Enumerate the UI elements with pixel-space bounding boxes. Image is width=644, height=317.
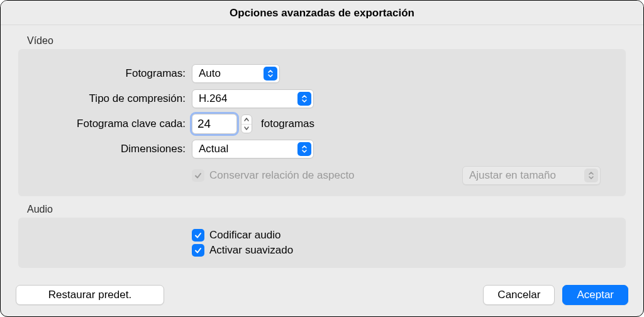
keyframe-suffix: fotogramas (261, 118, 314, 130)
window-title: Opciones avanzadas de exportación (1, 1, 643, 25)
aspect-checkbox-row: Conservar relación de aspecto (192, 169, 355, 182)
encode-audio-row[interactable]: Codificar audio (192, 229, 613, 242)
smooth-audio-checkbox[interactable] (192, 244, 204, 257)
video-section-label: Vídeo (27, 35, 626, 47)
frames-popup[interactable]: Auto (192, 64, 280, 83)
dimensions-value: Actual (199, 143, 228, 155)
restore-defaults-button[interactable]: Restaurar predet. (16, 285, 164, 305)
aspect-label: Conservar relación de aspecto (209, 169, 355, 182)
compression-row: Tipo de compresión: H.264 (31, 88, 613, 109)
keyframe-input[interactable] (192, 114, 237, 134)
video-group: Fotogramas: Auto Tipo de compresión: H.2… (18, 49, 626, 196)
dimensions-row: Dimensiones: Actual (31, 138, 613, 160)
aspect-checkbox (192, 169, 204, 182)
dimensions-popup[interactable]: Actual (192, 140, 314, 158)
encode-audio-checkbox[interactable] (192, 229, 204, 242)
frames-value: Auto (199, 67, 221, 80)
content-area: Vídeo Fotogramas: Auto Tipo de compresió… (1, 25, 643, 276)
compression-label: Tipo de compresión: (31, 92, 192, 105)
updown-icon (297, 142, 311, 156)
stepper-up-icon[interactable] (242, 115, 252, 125)
export-options-window: Opciones avanzadas de exportación Vídeo … (0, 0, 644, 317)
frames-row: Fotogramas: Auto (31, 63, 613, 84)
updown-icon (297, 92, 311, 106)
footer: Restaurar predet. Cancelar Aceptar (1, 276, 643, 316)
compression-popup[interactable]: H.264 (192, 89, 314, 108)
encode-audio-label: Codificar audio (209, 229, 280, 242)
keyframe-stepper[interactable] (241, 114, 252, 133)
frames-label: Fotogramas: (31, 67, 192, 80)
stepper-down-icon[interactable] (242, 125, 252, 133)
audio-section-label: Audio (27, 204, 626, 215)
fit-popup: Ajustar en tamaño (462, 166, 601, 185)
audio-group: Codificar audio Activar suavizado (18, 218, 626, 268)
smooth-audio-label: Activar suavizado (209, 244, 293, 257)
keyframe-label: Fotograma clave cada: (31, 118, 192, 130)
dimensions-label: Dimensiones: (31, 143, 192, 155)
updown-icon (264, 67, 277, 81)
ok-button[interactable]: Aceptar (562, 285, 628, 305)
fit-value: Ajustar en tamaño (469, 169, 556, 182)
cancel-button[interactable]: Cancelar (483, 285, 555, 305)
smooth-audio-row[interactable]: Activar suavizado (192, 244, 613, 257)
compression-value: H.264 (199, 92, 227, 105)
aspect-row: Conservar relación de aspecto Ajustar en… (31, 166, 613, 185)
updown-icon (584, 169, 598, 182)
keyframe-row: Fotograma clave cada: foto (31, 113, 613, 135)
